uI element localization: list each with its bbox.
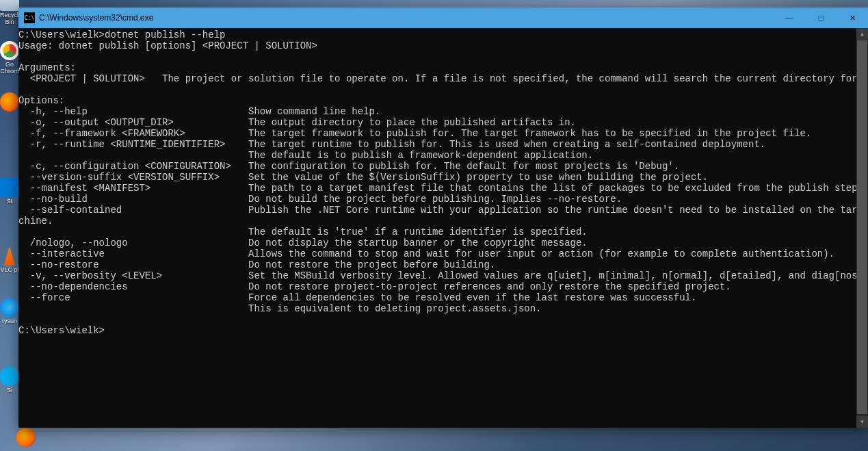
desktop-icon-skype[interactable]: Si <box>0 367 19 394</box>
cmd-icon: C:\ <box>24 12 35 23</box>
desktop-icon-vlc[interactable]: VLC pl <box>0 246 19 274</box>
desktop-icon-label: Si <box>0 387 19 394</box>
window-title: C:\Windows\system32\cmd.exe <box>39 13 153 23</box>
close-button[interactable]: ✕ <box>837 8 868 28</box>
scroll-thumb[interactable] <box>857 40 867 414</box>
desktop-icon-recycle-bin[interactable]: Recycle Bin <box>0 0 19 26</box>
firefox-icon <box>0 92 19 112</box>
store-icon <box>0 178 19 197</box>
desktop-icon-chrome[interactable]: Go Chrom <box>0 41 19 75</box>
scroll-up-button[interactable]: ▲ <box>856 28 868 40</box>
vlc-icon <box>0 246 19 266</box>
recycle-bin-icon <box>0 0 19 11</box>
titlebar[interactable]: C:\ C:\Windows\system32\cmd.exe — □ ✕ <box>18 8 868 28</box>
terminal-output[interactable]: C:\Users\wielk>dotnet publish --help Usa… <box>18 28 856 428</box>
cmd-window: C:\ C:\Windows\system32\cmd.exe — □ ✕ C:… <box>18 8 868 428</box>
scrollbar[interactable]: ▲ ▼ <box>856 28 868 428</box>
desktop-icon-store[interactable]: St <box>0 178 19 205</box>
desktop-icon-label: Go Chrom <box>0 62 19 75</box>
desktop-icon-label: rysun <box>0 318 19 325</box>
chrome-icon <box>0 41 19 60</box>
desktop-icon-label: Recycle Bin <box>0 12 19 26</box>
desktop-icon-label: VLC pl <box>0 267 19 274</box>
terminal-client: C:\Users\wielk>dotnet publish --help Usa… <box>18 28 868 428</box>
skype-icon <box>0 367 19 386</box>
desktop-icon-ie[interactable]: rysun <box>0 298 19 325</box>
firefox-icon <box>16 428 36 447</box>
scroll-down-button[interactable]: ▼ <box>856 416 868 428</box>
desktop-icon-label: St <box>0 198 19 205</box>
desktop-icon-firefox[interactable] <box>0 92 19 113</box>
ie-icon <box>0 298 19 317</box>
desktop-icon-firefox-2[interactable] <box>16 428 36 448</box>
maximize-button[interactable]: □ <box>805 8 837 28</box>
minimize-button[interactable]: — <box>774 8 805 28</box>
